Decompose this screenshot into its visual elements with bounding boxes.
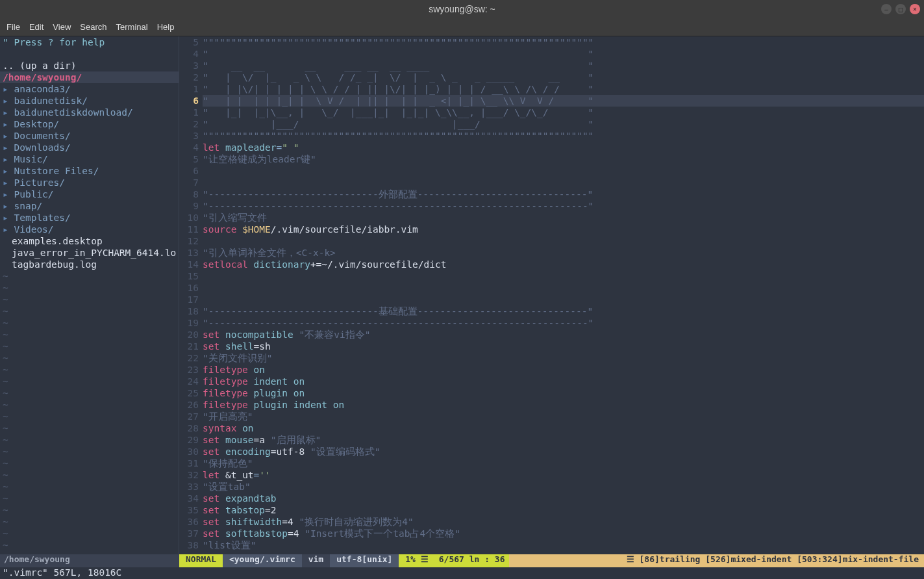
line-number: 20 <box>179 329 199 341</box>
nerdtree-file[interactable]: tagbardebug.log <box>0 259 179 270</box>
cursor-line: " | | | | |_| | \ V / | || | | | _ <| |_… <box>203 95 924 107</box>
line-number: 5 <box>179 36 199 48</box>
empty-line-tilde: ~ <box>0 305 179 317</box>
line-number: 6 <box>179 165 199 177</box>
nerdtree-sidebar[interactable]: " Press ? for help .. (up a dir) /home/s… <box>0 36 179 554</box>
nerdtree-dir[interactable]: ▸ Videos/ <box>0 224 179 235</box>
line-number: 16 <box>179 282 199 294</box>
empty-line-tilde: ~ <box>0 387 179 399</box>
line-number: 3 <box>179 60 199 71</box>
nerdtree-dir[interactable]: ▸ baidunetdiskdownload/ <box>0 107 179 118</box>
empty-line-tilde: ~ <box>0 329 179 341</box>
line-number: 24 <box>179 376 199 387</box>
mode-indicator: NORMAL <box>179 554 223 567</box>
nerdtree-file[interactable]: java_error_in_PYCHARM_6414.lo <box>0 247 179 259</box>
line-number: 14 <box>179 259 199 270</box>
line-number: 10 <box>179 212 199 224</box>
nerdtree-updir[interactable]: .. (up a dir) <box>0 60 179 71</box>
nerdtree-dir[interactable]: ▸ Music/ <box>0 153 179 165</box>
line-number: 35 <box>179 504 199 516</box>
nerdtree-file[interactable]: examples.desktop <box>0 235 179 247</box>
line-number: 15 <box>179 270 199 282</box>
minimize-icon[interactable]: – <box>881 4 892 14</box>
nerdtree-dir[interactable]: ▸ Public/ <box>0 188 179 200</box>
whitespace-warning: ☰ [86]trailing [526]mixed-indent [503:32… <box>509 554 924 567</box>
line-number: 18 <box>179 305 199 317</box>
empty-line-tilde: ~ <box>0 434 179 446</box>
empty-line-tilde: ~ <box>0 352 179 364</box>
nerdtree-dir[interactable]: ▸ snap/ <box>0 200 179 212</box>
line-number: 30 <box>179 446 199 457</box>
maximize-icon[interactable]: ◻ <box>895 4 906 14</box>
nerdtree-dir[interactable]: ▸ Pictures/ <box>0 177 179 188</box>
nerdtree-dir[interactable]: ▸ baidunetdisk/ <box>0 95 179 107</box>
line-number: 23 <box>179 364 199 376</box>
editor-pane[interactable]: 5432161234567891011121314151617181920212… <box>179 36 924 554</box>
line-number: 5 <box>179 153 199 165</box>
line-number: 1 <box>179 83 199 95</box>
encoding: utf-8[unix] <box>330 554 399 567</box>
menu-file[interactable]: File <box>6 22 20 32</box>
main-area: " Press ? for help .. (up a dir) /home/s… <box>0 36 924 554</box>
nerdtree-cwd[interactable]: /home/swyoung/ <box>0 71 179 83</box>
line-number: 8 <box>179 188 199 200</box>
menu-help[interactable]: Help <box>157 22 175 32</box>
tabline-label[interactable]: /home/swyoung <box>0 554 179 567</box>
menu-terminal[interactable]: Terminal <box>116 22 148 32</box>
line-number: 7 <box>179 177 199 188</box>
empty-line-tilde: ~ <box>0 528 179 539</box>
line-number: 31 <box>179 457 199 469</box>
line-number: 21 <box>179 341 199 352</box>
line-number: 29 <box>179 434 199 446</box>
nerdtree-dir[interactable]: ▸ Downloads/ <box>0 142 179 153</box>
position: 6/567 ln : 36 <box>435 554 509 567</box>
line-number: 1 <box>179 107 199 118</box>
nerdtree-help: " Press ? for help <box>0 36 179 48</box>
line-number: 28 <box>179 422 199 434</box>
nerdtree-dir[interactable]: ▸ Templates/ <box>0 212 179 224</box>
line-number: 34 <box>179 493 199 504</box>
empty-line-tilde: ~ <box>0 317 179 329</box>
line-number: 4 <box>179 48 199 60</box>
file-path: <young/.vimrc <box>223 554 302 567</box>
line-number: 13 <box>179 247 199 259</box>
close-icon[interactable]: × <box>910 4 920 14</box>
empty-line-tilde: ~ <box>0 493 179 504</box>
line-number: 9 <box>179 200 199 212</box>
empty-line-tilde: ~ <box>0 364 179 376</box>
nerdtree-dir[interactable]: ▸ Documents/ <box>0 130 179 142</box>
line-number-gutter: 5432161234567891011121314151617181920212… <box>179 36 203 554</box>
menu-view[interactable]: View <box>53 22 71 32</box>
line-number: 25 <box>179 387 199 399</box>
line-number: 33 <box>179 481 199 493</box>
nerdtree-dir[interactable]: ▸ Nutstore Files/ <box>0 165 179 177</box>
code-area[interactable]: """"""""""""""""""""""""""""""""""""""""… <box>203 36 924 554</box>
line-number: 19 <box>179 317 199 329</box>
window-title: swyoung@sw: ~ <box>429 4 495 14</box>
empty-line-tilde: ~ <box>0 294 179 305</box>
percent: 1% ☰ <box>399 554 434 567</box>
menu-search[interactable]: Search <box>80 22 106 32</box>
line-number: 6 <box>179 95 199 107</box>
nerdtree-dir[interactable]: ▸ anaconda3/ <box>0 83 179 95</box>
menu-edit[interactable]: Edit <box>29 22 44 32</box>
window-titlebar: swyoung@sw: ~ – ◻ × <box>0 0 924 18</box>
empty-line-tilde: ~ <box>0 539 179 551</box>
nerdtree-dir[interactable]: ▸ Desktop/ <box>0 118 179 130</box>
command-line[interactable]: ".vimrc" 567L, 18016C <box>0 567 924 579</box>
line-number: 27 <box>179 411 199 422</box>
empty-line-tilde: ~ <box>0 341 179 352</box>
line-number: 36 <box>179 516 199 528</box>
line-number: 4 <box>179 142 199 153</box>
line-number: 11 <box>179 224 199 235</box>
empty-line-tilde: ~ <box>0 270 179 282</box>
menubar: File Edit View Search Terminal Help <box>0 18 924 36</box>
empty-line-tilde: ~ <box>0 282 179 294</box>
empty-line-tilde: ~ <box>0 399 179 411</box>
empty-line-tilde: ~ <box>0 422 179 434</box>
line-number: 2 <box>179 118 199 130</box>
line-number: 26 <box>179 399 199 411</box>
line-number: 3 <box>179 130 199 142</box>
statusline: /home/swyoung NORMAL <young/.vimrc vim u… <box>0 554 924 567</box>
empty-line-tilde: ~ <box>0 457 179 469</box>
